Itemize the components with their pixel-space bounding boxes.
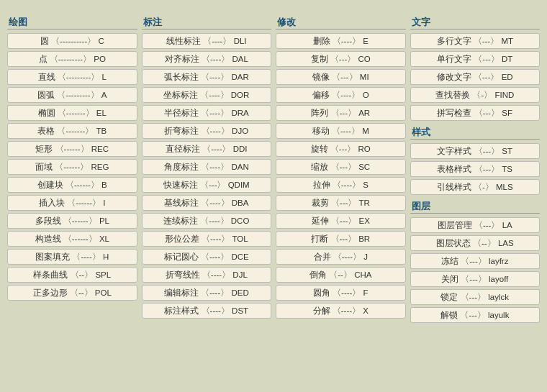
shortcut-item: 冻结 〈---〉 layfrz (410, 253, 541, 269)
shortcut-item: 矩形 〈------〉 REC (7, 141, 137, 157)
shortcut-item: 复制 〈---〉 CO (276, 51, 406, 67)
style-items: 文字样式 〈---〉 ST表格样式 〈---〉 TS引线样式 〈-〉 MLS (410, 143, 541, 195)
shortcut-item: 图案填充 〈----〉 H (7, 249, 137, 265)
shortcut-item: 拉伸 〈----〉 S (276, 177, 406, 193)
shortcut-item: 打断 〈---〉 BR (276, 231, 406, 247)
section-title-text: 文字 (410, 16, 541, 29)
shortcut-item: 面域 〈------〉 REG (7, 159, 137, 175)
shortcut-item: 表格样式 〈---〉 TS (410, 161, 541, 177)
shortcut-item: 连续标注 〈----〉 DCO (142, 213, 272, 229)
section-annotation: 标注 线性标注 〈----〉 DLI对齐标注 〈----〉 DAL弧长标注 〈-… (142, 16, 272, 323)
shortcut-item: 镜像 〈---〉 MI (276, 69, 406, 85)
shortcut-item: 图层状态 〈--〉 LAS (410, 235, 541, 251)
shortcut-item: 圆弧 〈---------〉 A (7, 87, 137, 103)
shortcut-item: 坐标标注 〈----〉 DOR (142, 87, 272, 103)
shortcut-item: 缩放 〈---〉 SC (276, 159, 406, 175)
shortcut-item: 图层管理 〈---〉 LA (410, 217, 541, 233)
layer-items: 图层管理 〈---〉 LA图层状态 〈--〉 LAS冻结 〈---〉 layfr… (410, 217, 541, 323)
shortcut-item: 锁定 〈---〉 laylck (410, 289, 541, 305)
section-title-draw: 绘图 (7, 16, 137, 29)
section-title-annotation: 标注 (142, 16, 272, 29)
shortcut-item: 角度标注 〈----〉 DAN (142, 159, 272, 175)
shortcut-item: 分解 〈----〉 X (276, 303, 406, 319)
shortcut-item: 半径标注 〈----〉 DRA (142, 105, 272, 121)
shortcut-item: 正多边形 〈--〉 POL (7, 285, 137, 301)
shortcut-item: 标注样式 〈----〉 DST (142, 303, 272, 319)
shortcut-item: 解锁 〈---〉 layulk (410, 307, 541, 323)
shortcut-item: 线性标注 〈----〉 DLI (142, 33, 272, 49)
shortcut-item: 查找替换 〈-〉 FIND (410, 87, 541, 103)
shortcut-item: 延伸 〈---〉 EX (276, 213, 406, 229)
annotation-items: 线性标注 〈----〉 DLI对齐标注 〈----〉 DAL弧长标注 〈----… (142, 33, 272, 319)
section-text-style-layer: 文字 多行文字 〈---〉 MT单行文字 〈---〉 DT修改文字 〈---〉 … (410, 16, 541, 323)
section-title-layer: 图层 (410, 200, 541, 214)
shortcut-item: 拼写检查 〈---〉 SF (410, 105, 541, 121)
shortcut-item: 椭圆 〈-------〉 EL (7, 105, 137, 121)
shortcut-item: 折弯线性 〈----〉 DJL (142, 267, 272, 283)
shortcut-item: 形位公差 〈----〉 TOL (142, 231, 272, 247)
shortcut-item: 修改文字 〈---〉 ED (410, 69, 541, 85)
shortcut-item: 合并 〈----〉 J (276, 249, 406, 265)
section-title-style: 样式 (410, 126, 541, 140)
shortcut-item: 裁剪 〈---〉 TR (276, 195, 406, 211)
shortcut-item: 圆角 〈----〉 F (276, 285, 406, 301)
shortcut-item: 标记圆心 〈----〉 DCE (142, 249, 272, 265)
shortcut-item: 对齐标注 〈----〉 DAL (142, 51, 272, 67)
section-draw: 绘图 圆 〈----------〉 C点 〈---------〉 PO直线 〈-… (7, 16, 137, 323)
shortcut-item: 直线 〈---------〉 L (7, 69, 137, 85)
modify-items: 删除 〈----〉 E复制 〈---〉 CO镜像 〈---〉 MI偏移 〈---… (276, 33, 406, 319)
shortcut-item: 弧长标注 〈----〉 DAR (142, 69, 272, 85)
section-modify: 修改 删除 〈----〉 E复制 〈---〉 CO镜像 〈---〉 MI偏移 〈… (276, 16, 406, 323)
shortcut-item: 阵列 〈---〉 AR (276, 105, 406, 121)
shortcut-item: 插入块 〈------〉 I (7, 195, 137, 211)
shortcut-item: 移动 〈----〉 M (276, 123, 406, 139)
shortcut-item: 表格 〈-------〉 TB (7, 123, 137, 139)
shortcut-item: 构造线 〈------〉 XL (7, 231, 137, 247)
shortcut-item: 快速标注 〈---〉 QDIM (142, 177, 272, 193)
shortcut-item: 引线样式 〈-〉 MLS (410, 179, 541, 195)
shortcut-item: 创建块 〈------〉 B (7, 177, 137, 193)
shortcut-item: 关闭 〈---〉 layoff (410, 271, 541, 287)
draw-items: 圆 〈----------〉 C点 〈---------〉 PO直线 〈----… (7, 33, 137, 301)
shortcut-item: 编辑标注 〈----〉 DED (142, 285, 272, 301)
shortcut-item: 单行文字 〈---〉 DT (410, 51, 541, 67)
section-title-modify: 修改 (276, 16, 406, 29)
shortcut-item: 多行文字 〈---〉 MT (410, 33, 541, 49)
text-items: 多行文字 〈---〉 MT单行文字 〈---〉 DT修改文字 〈---〉 ED查… (410, 33, 541, 121)
shortcut-item: 折弯标注 〈----〉 DJO (142, 123, 272, 139)
shortcut-item: 多段线 〈------〉 PL (7, 213, 137, 229)
shortcut-item: 倒角 〈--〉 CHA (276, 267, 406, 283)
shortcut-item: 直径标注 〈----〉 DDI (142, 141, 272, 157)
shortcut-item: 圆 〈----------〉 C (7, 33, 137, 49)
shortcut-item: 样条曲线 〈--〉 SPL (7, 267, 137, 283)
shortcut-item: 偏移 〈----〉 O (276, 87, 406, 103)
shortcut-item: 文字样式 〈---〉 ST (410, 143, 541, 159)
shortcut-item: 基线标注 〈----〉 DBA (142, 195, 272, 211)
shortcut-item: 删除 〈----〉 E (276, 33, 406, 49)
shortcut-item: 点 〈---------〉 PO (7, 51, 137, 67)
main-grid: 绘图 圆 〈----------〉 C点 〈---------〉 PO直线 〈-… (7, 16, 540, 323)
shortcut-item: 旋转 〈---〉 RO (276, 141, 406, 157)
